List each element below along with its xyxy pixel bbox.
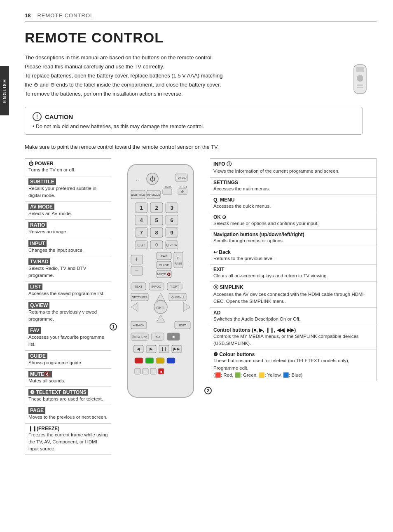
right-btn-name: ⓢ SIMPLINK (213, 284, 373, 291)
svg-text:⊕: ⊕ (181, 190, 184, 194)
svg-text:·: · (129, 264, 130, 269)
btn-desc: Recalls your preferred subtitle in digit… (28, 185, 108, 199)
right-btn-name: ❷ Colour buttons (213, 352, 373, 357)
page-header: 18 REMOTE CONTROL (25, 12, 377, 21)
right-btn-name: SETTINGS (213, 180, 373, 185)
intro-line4: the ⊕ and ⊖ ends to the label inside the… (25, 80, 280, 89)
svg-text:· ·: · · (136, 178, 139, 183)
svg-text:FAV: FAV (161, 254, 167, 258)
svg-text:PAGE: PAGE (175, 262, 182, 265)
btn-desc: Accesses the saved programme list. (28, 290, 108, 297)
right-btn-desc: Controls the MY MEDIA menus, or the SIMP… (213, 333, 373, 347)
btn-name: MUTE🔇 (28, 371, 52, 377)
left-btn-item: PAGEMoves to the previous or next screen… (25, 405, 111, 423)
svg-text:▶: ▶ (150, 347, 153, 351)
left-btn-item: SUBTITLERecalls your preferred subtitle … (25, 176, 111, 202)
remote-svg: ⏻ · · · · TV/RAD SUBTITLE AV MODE RATIO (115, 162, 206, 401)
right-btn-item: ⓢ SIMPLINKAccesses the AV devices connec… (210, 282, 376, 308)
svg-text:TV/RAD: TV/RAD (176, 176, 187, 179)
intro-line1: The descriptions in this manual are base… (25, 53, 280, 62)
right-btn-item: Navigation buttons (up/down/left/right)S… (210, 230, 376, 247)
svg-rect-99 (167, 358, 175, 363)
left-btn-item: GUIDEShows programme guide. (25, 351, 111, 369)
svg-rect-96 (135, 358, 143, 363)
left-btn-item: FAVAccesses your favourite programme lis… (25, 325, 111, 351)
intro-line5: To remove the batteries, perform the ins… (25, 89, 280, 98)
right-btn-item: EXITClears all on-screen displays and re… (210, 265, 376, 282)
svg-text:MUTE 🔇: MUTE 🔇 (157, 272, 171, 276)
btn-name: FAV (28, 327, 41, 334)
btn-desc: Freezes the current frame while using th… (28, 431, 108, 453)
page-section-title: REMOTE CONTROL (37, 12, 94, 19)
three-col-layout: ⏻ POWERTurns the TV on or off.SUBTITLERe… (25, 158, 377, 455)
caution-bullet-text: Do not mix old and new batteries, as thi… (36, 124, 204, 129)
right-btn-item: SETTINGSAccesses the main menus. (210, 178, 376, 195)
btn-name: RATIO (28, 222, 47, 228)
make-sure-text: Make sure to point the remote control to… (25, 144, 377, 150)
btn-name: TV/RAD (28, 258, 50, 265)
caution-bullet: • Do not mix old and new batteries, as t… (33, 124, 355, 129)
svg-rect-97 (145, 358, 154, 363)
svg-text:AD: AD (156, 335, 160, 339)
svg-text:2: 2 (155, 205, 158, 211)
svg-text:EXIT: EXIT (179, 323, 186, 327)
btn-desc: Changes the input source. (28, 247, 108, 254)
svg-rect-4 (357, 87, 363, 88)
right-btn-item: ❷ Colour buttonsThese buttons are used f… (210, 349, 376, 381)
svg-text:· ·: · · (144, 370, 147, 373)
svg-text:7: 7 (140, 230, 143, 236)
svg-text:3: 3 (170, 205, 173, 211)
svg-text:9: 9 (170, 230, 173, 236)
right-btn-item: ↩ BackReturns to the previous level. (210, 247, 376, 265)
svg-text:8: 8 (155, 230, 158, 236)
side-tab-label: ENGLISH (2, 79, 7, 103)
left-btn-item: ⏻ POWERTurns the TV on or off. (25, 159, 111, 176)
right-btn-desc: Accesses the main menus. (213, 185, 373, 192)
side-tab: ENGLISH (0, 66, 9, 115)
callout-2: 2 (204, 387, 212, 394)
svg-rect-3 (357, 84, 363, 86)
svg-rect-1 (356, 67, 364, 72)
caution-title-text: CAUTION (45, 113, 73, 120)
svg-text:+: + (135, 255, 138, 262)
left-btn-item: ❶ TELETEXT BUTTONSThese buttons are used… (25, 387, 111, 405)
right-btn-name: INFO ⓘ (213, 161, 373, 168)
btn-name: Q.VIEW (28, 302, 49, 309)
btn-desc: Selects an AV mode. (28, 210, 108, 217)
svg-rect-17 (163, 189, 172, 195)
btn-name: INPUT (28, 240, 47, 247)
caution-title: ! CAUTION (33, 112, 355, 121)
right-btn-desc: Selects menus or options and confirms yo… (213, 220, 373, 227)
svg-text:SUBTITLE: SUBTITLE (131, 193, 145, 196)
svg-text:OK⊙: OK⊙ (156, 306, 165, 310)
svg-text:·: · (137, 370, 138, 373)
caution-icon: ! (33, 112, 42, 121)
btn-desc: These buttons are used for teletext. (28, 396, 108, 403)
left-btn-item: ❙❙(FREEZE)Freezes the current frame whil… (25, 424, 111, 455)
svg-text:0: 0 (155, 242, 158, 247)
left-column: ⏻ POWERTurns the TV on or off.SUBTITLERe… (25, 158, 111, 455)
right-btn-item: INFO ⓘViews the information of the curre… (210, 159, 376, 177)
btn-name: ❙❙(FREEZE) (28, 426, 108, 431)
btn-desc: Turns the TV on or off. (28, 166, 108, 173)
right-btn-desc: Returns to the previous level. (213, 255, 373, 262)
right-btn-desc: Accesses the quick menus. (213, 203, 373, 210)
svg-text:Q VIEW: Q VIEW (166, 243, 178, 247)
caution-box: ! CAUTION • Do not mix old and new batte… (25, 107, 363, 135)
svg-text:SETTINGS: SETTINGS (132, 295, 147, 299)
remote-image-small (348, 64, 372, 97)
btn-name: ⏻ POWER (28, 161, 108, 166)
btn-name: SUBTITLE (28, 178, 56, 185)
right-btn-name: AD (213, 310, 373, 316)
btn-name: ❶ TELETEXT BUTTONS (28, 389, 88, 396)
left-btn-item: INPUTChanges the input source. (25, 238, 111, 256)
btn-name: LIST (28, 284, 42, 290)
svg-text:ⓢSIMPLINK: ⓢSIMPLINK (132, 335, 147, 338)
svg-text:4: 4 (140, 217, 143, 223)
right-btn-name: EXIT (213, 267, 373, 272)
left-btn-item: LISTAccesses the saved programme list. (25, 281, 111, 300)
svg-text:■: ■ (172, 334, 175, 339)
page-container: ENGLISH 18 REMOTE CONTROL REMOTE CONTROL… (0, 0, 393, 532)
svg-text:P: P (177, 256, 179, 260)
svg-text:INPUT: INPUT (179, 185, 188, 188)
